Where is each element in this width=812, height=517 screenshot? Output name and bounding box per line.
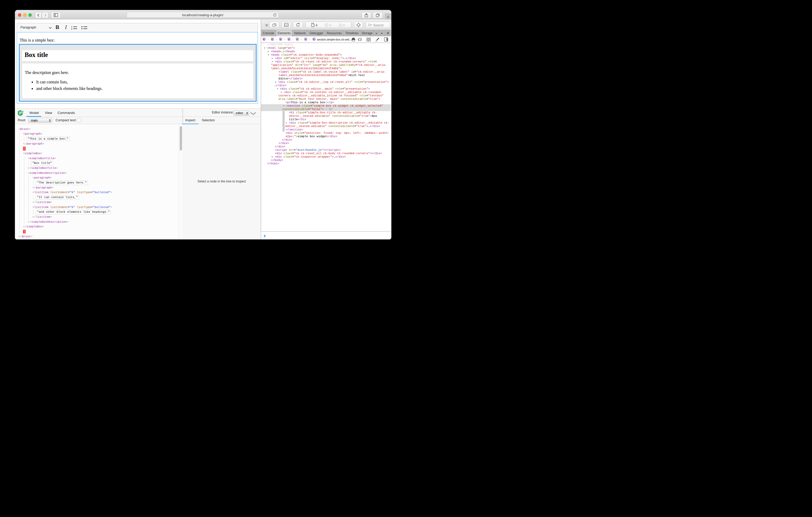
svg-text:2: 2 — [71, 28, 72, 30]
svg-text:5: 5 — [22, 111, 23, 113]
